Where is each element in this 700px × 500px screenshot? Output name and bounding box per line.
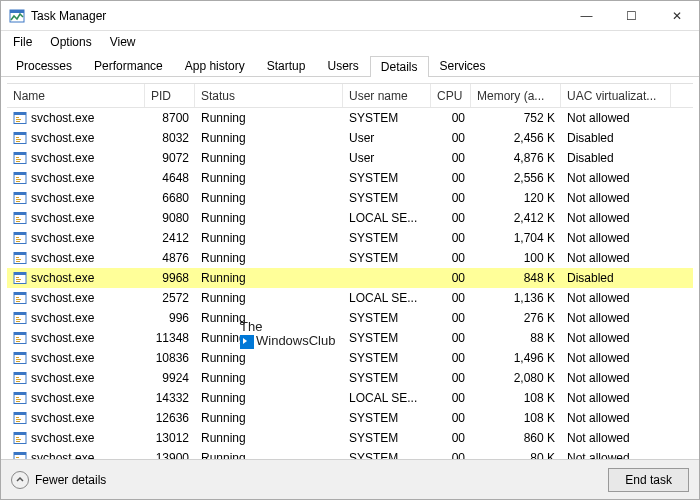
cell-cpu: 00 — [431, 268, 471, 288]
process-icon — [13, 331, 27, 345]
table-row[interactable]: svchost.exe2572RunningLOCAL SE...001,136… — [7, 288, 693, 308]
chevron-up-icon — [11, 471, 29, 489]
cell-memory: 752 K — [471, 108, 561, 128]
cell-user: SYSTEM — [343, 168, 431, 188]
table-row[interactable]: svchost.exe9924RunningSYSTEM002,080 KNot… — [7, 368, 693, 388]
cell-pid: 10836 — [145, 348, 195, 368]
svg-rect-11 — [16, 141, 20, 142]
svg-rect-29 — [16, 217, 19, 218]
table-row[interactable]: svchost.exe13900RunningSYSTEM0080 KNot a… — [7, 448, 693, 459]
table-row[interactable]: svchost.exe11348RunningSYSTEM0088 KNot a… — [7, 328, 693, 348]
cell-memory: 80 K — [471, 448, 561, 459]
col-pid[interactable]: PID — [145, 84, 195, 107]
col-uac[interactable]: UAC virtualizat... — [561, 84, 671, 107]
process-table[interactable]: Name PID Status User name CPU Memory (a.… — [7, 83, 693, 459]
svg-rect-36 — [16, 241, 20, 242]
fewer-details-toggle[interactable]: Fewer details — [11, 471, 106, 489]
cell-status: Running — [195, 268, 343, 288]
cell-name: svchost.exe — [7, 288, 145, 308]
svg-rect-20 — [16, 179, 21, 180]
cell-uac: Not allowed — [561, 388, 671, 408]
tab-details[interactable]: Details — [370, 56, 429, 77]
cell-name: svchost.exe — [7, 128, 145, 148]
process-icon — [13, 231, 27, 245]
cell-name: svchost.exe — [7, 408, 145, 428]
close-button[interactable]: ✕ — [654, 1, 699, 31]
cell-user: SYSTEM — [343, 408, 431, 428]
cell-status: Running — [195, 428, 343, 448]
cell-cpu: 00 — [431, 328, 471, 348]
table-row[interactable]: svchost.exe9080RunningLOCAL SE...002,412… — [7, 208, 693, 228]
table-row[interactable]: svchost.exe4648RunningSYSTEM002,556 KNot… — [7, 168, 693, 188]
svg-rect-71 — [16, 381, 20, 382]
cell-cpu: 00 — [431, 228, 471, 248]
table-row[interactable]: svchost.exe14332RunningLOCAL SE...00108 … — [7, 388, 693, 408]
svg-rect-45 — [16, 279, 21, 280]
tab-services[interactable]: Services — [429, 55, 497, 76]
cell-memory: 848 K — [471, 268, 561, 288]
cell-name: svchost.exe — [7, 368, 145, 388]
col-memory[interactable]: Memory (a... — [471, 84, 561, 107]
fewer-details-label: Fewer details — [35, 473, 106, 487]
cell-name: svchost.exe — [7, 328, 145, 348]
table-row[interactable]: svchost.exe9072RunningUser004,876 KDisab… — [7, 148, 693, 168]
cell-pid: 8700 — [145, 108, 195, 128]
svg-rect-31 — [16, 221, 20, 222]
table-row[interactable]: svchost.exe9968Running 00848 KDisabled — [7, 268, 693, 288]
table-row[interactable]: svchost.exe13012RunningSYSTEM00860 KNot … — [7, 428, 693, 448]
end-task-button[interactable]: End task — [608, 468, 689, 492]
cell-uac: Not allowed — [561, 428, 671, 448]
table-row[interactable]: svchost.exe10836RunningSYSTEM001,496 KNo… — [7, 348, 693, 368]
cell-uac: Not allowed — [561, 308, 671, 328]
cell-memory: 276 K — [471, 308, 561, 328]
svg-rect-9 — [16, 137, 19, 138]
process-icon — [13, 351, 27, 365]
table-row[interactable]: svchost.exe12636RunningSYSTEM00108 KNot … — [7, 408, 693, 428]
cell-user: LOCAL SE... — [343, 388, 431, 408]
cell-uac: Disabled — [561, 128, 671, 148]
cell-pid: 2412 — [145, 228, 195, 248]
svg-rect-43 — [14, 273, 26, 276]
cell-name: svchost.exe — [7, 428, 145, 448]
cell-name: svchost.exe — [7, 448, 145, 459]
cell-status: Running — [195, 108, 343, 128]
table-row[interactable]: svchost.exe996RunningSYSTEM00276 KNot al… — [7, 308, 693, 328]
cell-cpu: 00 — [431, 248, 471, 268]
table-row[interactable]: svchost.exe8032RunningUser002,456 KDisab… — [7, 128, 693, 148]
minimize-button[interactable]: — — [564, 1, 609, 31]
cell-memory: 2,080 K — [471, 368, 561, 388]
cell-memory: 88 K — [471, 328, 561, 348]
table-row[interactable]: svchost.exe8700RunningSYSTEM00752 KNot a… — [7, 108, 693, 128]
svg-rect-70 — [16, 379, 21, 380]
menu-options[interactable]: Options — [42, 33, 99, 51]
svg-rect-61 — [16, 341, 20, 342]
cell-status: Running — [195, 188, 343, 208]
col-cpu[interactable]: CPU — [431, 84, 471, 107]
tab-app-history[interactable]: App history — [174, 55, 256, 76]
col-user[interactable]: User name — [343, 84, 431, 107]
tab-performance[interactable]: Performance — [83, 55, 174, 76]
menu-view[interactable]: View — [102, 33, 144, 51]
svg-rect-64 — [16, 357, 19, 358]
svg-rect-26 — [16, 201, 20, 202]
process-icon — [13, 131, 27, 145]
table-row[interactable]: svchost.exe4876RunningSYSTEM00100 KNot a… — [7, 248, 693, 268]
menu-file[interactable]: File — [5, 33, 40, 51]
tab-processes[interactable]: Processes — [5, 55, 83, 76]
svg-rect-6 — [16, 121, 20, 122]
svg-rect-41 — [16, 261, 20, 262]
cell-user: SYSTEM — [343, 348, 431, 368]
col-name[interactable]: Name — [7, 84, 145, 107]
tab-startup[interactable]: Startup — [256, 55, 317, 76]
cell-uac: Not allowed — [561, 228, 671, 248]
tab-users[interactable]: Users — [316, 55, 369, 76]
cell-pid: 9924 — [145, 368, 195, 388]
table-row[interactable]: svchost.exe6680RunningSYSTEM00120 KNot a… — [7, 188, 693, 208]
cell-name: svchost.exe — [7, 228, 145, 248]
cell-memory: 1,136 K — [471, 288, 561, 308]
col-status[interactable]: Status — [195, 84, 343, 107]
cell-user: User — [343, 128, 431, 148]
cell-user: SYSTEM — [343, 188, 431, 208]
maximize-button[interactable]: ☐ — [609, 1, 654, 31]
table-row[interactable]: svchost.exe2412RunningSYSTEM001,704 KNot… — [7, 228, 693, 248]
